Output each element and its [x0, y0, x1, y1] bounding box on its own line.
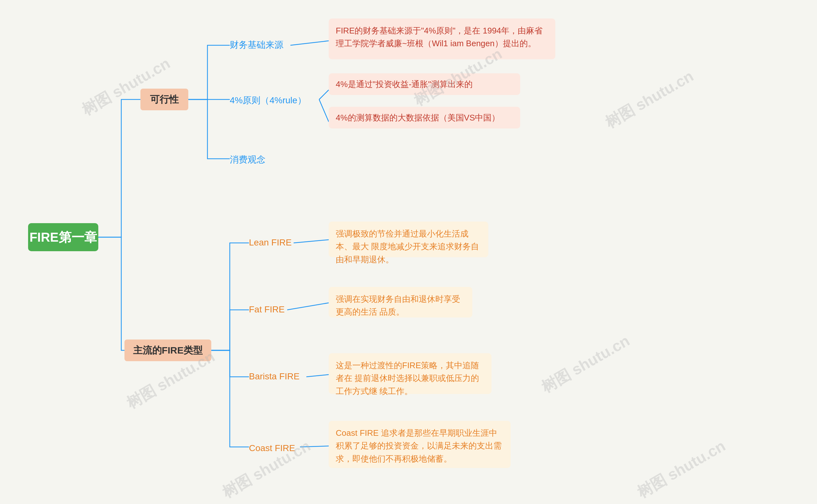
l2-node-financial-basis: 财务基础来源 [230, 39, 283, 51]
content-lean-fire: 强调极致的节俭并通过最小化生活成本、最大 限度地减少开支来追求财务自由和早期退休… [329, 222, 488, 257]
root-node: FIRE第一章 [28, 223, 98, 251]
l2-node-fat-fire: Fat FIRE [249, 304, 285, 315]
content-4p-1: 4%是通过"投资收益-通胀"测算出来的 [329, 73, 520, 95]
watermark-3: 树图 shutu.cn [601, 66, 697, 133]
svg-line-4 [287, 303, 329, 310]
l2-node-consumption: 消费观念 [230, 154, 266, 166]
l2-node-barista-fire: Barista FIRE [249, 371, 300, 382]
l2-node-coast-fire: Coast FIRE [249, 443, 295, 453]
l1-node-fire-types: 主流的FIRE类型 [124, 340, 211, 361]
watermark-5: 树图 shutu.cn [538, 331, 634, 398]
content-fat-fire: 强调在实现财务自由和退休时享受更高的生活 品质。 [329, 287, 472, 318]
content-coast-fire: Coast FIRE 追求者是那些在早期职业生涯中 积累了足够的投资资金，以满足… [329, 421, 511, 468]
content-barista-fire: 这是一种过渡性的FIRE策略，其中追随者在 提前退休时选择以兼职或低压力的工作方… [329, 353, 491, 394]
mindmap-container: FIRE第一章 可行性 主流的FIRE类型 财务基础来源 4%原则（4%rule… [0, 0, 817, 504]
content-financial-basis: FIRE的财务基础来源于"4%原则"，是在 1994年，由麻省理工学院学者威廉~… [329, 18, 555, 59]
svg-line-6 [300, 446, 329, 447]
content-4p-2: 4%的测算数据的大数据依据（美国VS中国） [329, 107, 520, 128]
svg-line-2 [319, 99, 329, 122]
l2-node-four-percent: 4%原则（4%rule） [230, 94, 306, 106]
l2-node-lean-fire: Lean FIRE [249, 237, 292, 248]
svg-line-0 [291, 41, 329, 45]
watermark-7: 树图 shutu.cn [634, 436, 729, 503]
svg-line-3 [294, 240, 329, 243]
l1-node-feasibility: 可行性 [140, 89, 188, 110]
svg-line-5 [306, 375, 329, 377]
svg-line-1 [319, 90, 329, 99]
